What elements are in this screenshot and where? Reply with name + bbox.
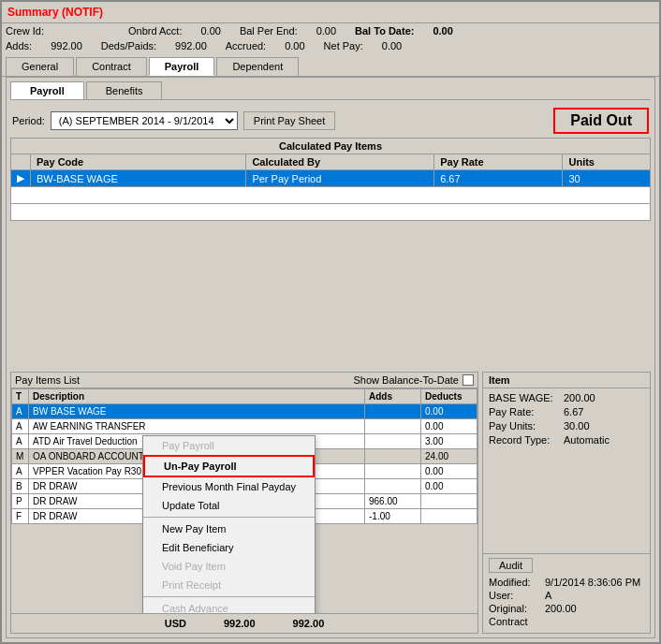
calc-col-paycode: Pay Code (31, 154, 246, 170)
footer-adds: 992.00 (224, 618, 256, 629)
pay-row-1[interactable]: A AW EARNING TRANSFER 0.00 (12, 419, 477, 434)
audit-modified-value: 9/1/2014 8:36:06 PM (545, 577, 644, 588)
tab-payroll[interactable]: Payroll (149, 57, 215, 76)
pay-adds-3 (365, 449, 421, 464)
adds-label: Adds: (6, 40, 32, 51)
menu-sep1 (143, 517, 315, 518)
print-pay-sheet-button[interactable]: Print Pay Sheet (243, 111, 335, 130)
pay-items-panel: Pay Items List Show Balance-To-Date T De… (10, 372, 478, 634)
menu-new-pay-item[interactable]: New Pay Item (143, 520, 315, 538)
col-t: T (12, 389, 29, 404)
header-info-row2: Adds: 992.00 Deds/Paids: 992.00 Accrued:… (2, 38, 659, 53)
col-adds: Adds (365, 389, 421, 404)
calc-row-units: 30 (563, 170, 651, 187)
item-panel: Item BASE WAGE: 200.00 Pay Rate: 6.67 Pa… (482, 372, 651, 634)
pay-items-title: Pay Items List (15, 374, 80, 386)
calc-row-payrate: 6.67 (434, 170, 563, 187)
item-base-wage-row: BASE WAGE: 200.00 (489, 392, 644, 403)
calc-col-calcby: Calculated By (246, 154, 434, 170)
tab-general[interactable]: General (6, 57, 74, 76)
audit-original-row: Original: 200.00 (489, 603, 644, 614)
calc-row-code: BW-BASE WAGE (31, 170, 246, 187)
audit-contract-label: Contract (489, 616, 545, 627)
header-info-row1: Crew Id: Onbrd Acct: 0.00 Bal Per End: 0… (2, 23, 659, 38)
pay-deducts-2: 3.00 (421, 434, 477, 449)
item-pay-units-label: Pay Units: (489, 420, 564, 432)
menu-void-pay-item[interactable]: Void Pay Item (143, 557, 315, 576)
col-desc: Description (29, 389, 365, 404)
menu-update-total[interactable]: Update Total (143, 496, 315, 515)
calc-col-units: Units (563, 154, 651, 170)
audit-user-label: User: (489, 590, 545, 601)
calc-col-payrate: Pay Rate (434, 154, 563, 170)
adds-value: 992.00 (51, 40, 82, 51)
show-balance-label: Show Balance-To-Date (353, 374, 459, 386)
onbrd-value: 0.00 (200, 25, 220, 37)
show-balance-section: Show Balance-To-Date (353, 374, 474, 386)
calc-section: Calculated Pay Items Pay Code Calculated… (10, 138, 651, 368)
calc-table: Pay Code Calculated By Pay Rate Units ▶ … (10, 154, 651, 221)
item-panel-header: Item (483, 373, 650, 388)
audit-section: Audit Modified: 9/1/2014 8:36:06 PM User… (483, 553, 650, 633)
accrued-label: Accrued: (226, 40, 266, 51)
pay-t-2: A (12, 434, 29, 449)
period-row: Period: (A) SEPTEMBER 2014 - 9/1/2014 Pr… (10, 104, 651, 138)
pay-t-0: A (12, 404, 29, 419)
calc-row-empty1 (11, 187, 651, 204)
menu-pay-payroll[interactable]: Pay Payroll (143, 436, 315, 455)
pay-t-1: A (12, 419, 29, 434)
pay-t-3: M (12, 449, 29, 464)
inner-panel: Payroll Benefits Period: (A) SEPTEMBER 2… (6, 77, 655, 638)
menu-print-receipt[interactable]: Print Receipt (143, 576, 315, 594)
pay-adds-5 (365, 479, 421, 494)
pay-row-0[interactable]: A BW BASE WAGE 0.00 (12, 404, 477, 419)
item-content: BASE WAGE: 200.00 Pay Rate: 6.67 Pay Uni… (483, 388, 650, 553)
pay-t-5: B (12, 479, 29, 494)
deds-paids-label: Deds/Paids: (101, 40, 156, 51)
tab-inner-payroll[interactable]: Payroll (10, 81, 84, 99)
context-menu: Pay Payroll Un-Pay Payroll Previous Mont… (142, 435, 316, 613)
audit-modified-row: Modified: 9/1/2014 8:36:06 PM (489, 577, 644, 588)
main-window: Summary (NOTIF) Crew Id: Onbrd Acct: 0.0… (0, 0, 661, 644)
menu-edit-beneficiary[interactable]: Edit Beneficiary (143, 538, 315, 557)
pay-deducts-6 (421, 494, 477, 509)
menu-unpay-payroll[interactable]: Un-Pay Payroll (143, 455, 315, 477)
pay-adds-4 (365, 464, 421, 479)
tab-dependent[interactable]: Dependent (216, 57, 299, 76)
bal-to-date-value: 0.00 (433, 25, 452, 37)
calc-row[interactable]: ▶ BW-BASE WAGE Per Pay Period 6.67 30 (11, 170, 651, 187)
audit-tab[interactable]: Audit (489, 558, 533, 573)
show-balance-checkbox[interactable] (463, 374, 474, 386)
pay-t-6: P (12, 494, 29, 509)
pay-deducts-7 (421, 509, 477, 524)
menu-prev-month[interactable]: Previous Month Final Payday (143, 477, 315, 496)
pay-t-4: A (12, 464, 29, 479)
onbrd-label: Onbrd Acct: (128, 25, 182, 37)
bottom-section: Pay Items List Show Balance-To-Date T De… (10, 372, 651, 634)
item-pay-rate-label: Pay Rate: (489, 406, 564, 417)
accrued-value: 0.00 (285, 40, 304, 51)
audit-original-label: Original: (489, 603, 545, 614)
net-pay-label: Net Pay: (324, 40, 363, 51)
tab-contract[interactable]: Contract (76, 57, 147, 76)
paid-out-button[interactable]: Paid Out (553, 108, 649, 134)
menu-cash-advance[interactable]: Cash Advance (143, 599, 315, 613)
pay-desc-0: BW BASE WAGE (29, 404, 365, 419)
col-deducts: Deducts (421, 389, 477, 404)
tab-inner-benefits[interactable]: Benefits (86, 81, 163, 99)
audit-user-value: A (545, 590, 644, 601)
period-select[interactable]: (A) SEPTEMBER 2014 - 9/1/2014 (51, 111, 238, 130)
audit-original-value: 200.00 (545, 603, 644, 614)
item-record-type-label: Record Type: (489, 434, 564, 446)
item-base-wage-value: 200.00 (564, 392, 644, 403)
title-bar: Summary (NOTIF) (2, 2, 659, 23)
footer-deducts: 992.00 (293, 618, 325, 629)
item-base-wage-label: BASE WAGE: (489, 392, 564, 403)
item-pay-units-value: 30.00 (564, 420, 644, 432)
inner-tabs: Payroll Benefits (10, 81, 651, 100)
summary-title: Summary (NOTIF) (7, 6, 103, 19)
bal-to-date-label: Bal To Date: (355, 25, 414, 37)
item-pay-units-row: Pay Units: 30.00 (489, 420, 644, 432)
calc-row-arrow: ▶ (11, 170, 31, 187)
item-pay-rate-row: Pay Rate: 6.67 (489, 406, 644, 417)
